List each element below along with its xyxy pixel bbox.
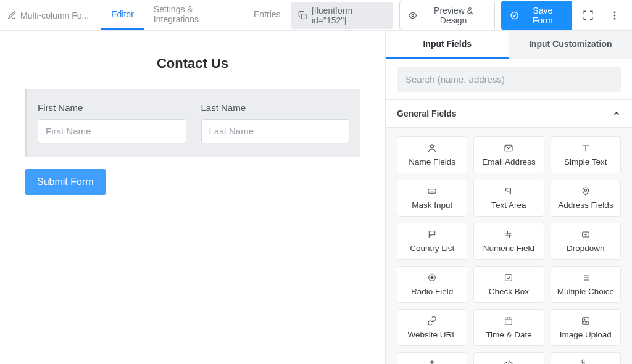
field-tile-dropdown[interactable]: Dropdown [551,223,621,260]
field-tile-time-date[interactable]: Time & Date [473,309,544,346]
field-tile-radio-field[interactable]: Radio Field [397,266,467,303]
svg-point-6 [430,145,433,148]
form-canvas: Contact Us First Name Last Name Submit F… [0,31,385,364]
form-row[interactable]: First Name Last Name [25,89,360,157]
field-tile-simple-text[interactable]: Simple Text [551,136,621,173]
svg-rect-8 [428,189,436,194]
field-tile-label: Country List [410,244,454,253]
copy-icon [298,10,307,20]
more-vertical-icon [609,10,620,21]
svg-point-3 [613,11,615,13]
svg-point-5 [613,17,615,19]
field-tile-label: Email Address [482,157,535,167]
field-tile-label: Check Box [489,287,529,296]
field-tile-label: Image Upload [560,330,612,339]
field-search-input[interactable] [397,67,621,92]
radio-icon [427,273,437,284]
first-name-input[interactable] [38,119,186,143]
field-tile-label: Radio Field [411,287,453,296]
fullscreen-button[interactable] [578,5,599,26]
form-title[interactable]: Multi-column Fo... [7,10,89,20]
field-tile-mask-input[interactable]: Mask Input [397,180,467,217]
svg-rect-13 [505,275,512,281]
field-tile-phone-mobile-fi[interactable]: Phone/Mobile Fi... [551,352,621,364]
svg-point-12 [431,276,433,279]
nav-tabs: Editor Settings & Integrations Entries [101,0,290,30]
sidebar-tab-customization[interactable]: Input Customization [509,31,633,59]
search-wrap [386,59,632,99]
svg-rect-0 [301,14,306,19]
sidebar: Input Fields Input Customization General… [385,31,632,364]
code-icon [504,359,514,364]
field-tile-label: Time & Date [486,330,532,339]
svg-point-1 [412,14,414,16]
field-tile-image-upload[interactable]: Image Upload [551,309,621,346]
field-label: Last Name [201,102,350,113]
mail-icon [504,143,514,155]
keyboard-icon [427,186,437,198]
shortcode-text: [fluentform id="152"] [312,6,386,25]
form-title-text: Multi-column Fo... [20,10,89,20]
tab-editor[interactable]: Editor [101,0,144,30]
text-icon [581,143,591,155]
field-tile-check-box[interactable]: Check Box [473,266,544,303]
field-tile-text-area[interactable]: Text Area [473,180,544,217]
field-tile-file-upload[interactable]: File Upload [397,352,467,364]
checkbox-icon [504,273,514,284]
field-tile-email-address[interactable]: Email Address [473,136,544,173]
submit-button[interactable]: Submit Form [25,169,106,195]
shortcode-pill[interactable]: [fluentform id="152"] [291,2,394,29]
form-heading: Contact Us [12,56,373,72]
field-grid: Name FieldsEmail AddressSimple TextMask … [386,128,632,364]
field-tile-website-url[interactable]: Website URL [397,309,467,346]
form-column-first-name[interactable]: First Name [38,102,186,143]
form-column-last-name[interactable]: Last Name [201,102,350,143]
fullscreen-icon [583,10,594,21]
tab-settings[interactable]: Settings & Integrations [144,0,244,30]
check-circle-icon [510,11,518,20]
svg-point-9 [584,189,586,191]
last-name-input[interactable] [201,119,350,143]
section-title: General Fields [397,109,456,118]
sidebar-tab-input-fields[interactable]: Input Fields [386,31,509,59]
hash-icon [504,230,514,241]
field-tile-label: Numeric Field [483,244,534,253]
field-tile-label: Website URL [408,330,457,339]
field-tile-label: Text Area [491,201,526,210]
field-tile-label: Mask Input [412,201,452,210]
field-tile-custom-html[interactable]: Custom HTML [473,352,544,364]
svg-rect-7 [505,145,512,151]
tab-entries[interactable]: Entries [244,0,291,30]
field-tile-label: Multiple Choice [557,287,614,296]
paragraph-icon [504,186,514,198]
field-tile-address-fields[interactable]: Address Fields [551,180,621,217]
link-icon [427,316,437,328]
field-tile-country-list[interactable]: Country List [397,223,467,260]
calendar-icon [504,316,514,328]
field-tile-label: Address Fields [558,201,613,210]
preview-button[interactable]: Preview & Design [399,1,495,30]
content: Contact Us First Name Last Name Submit F… [0,31,632,364]
image-icon [581,316,591,328]
sidebar-tabs: Input Fields Input Customization [386,31,632,59]
field-tile-label: Dropdown [567,244,605,253]
field-tile-multiple-choice[interactable]: Multiple Choice [551,266,621,303]
field-tile-numeric-field[interactable]: Numeric Field [473,223,544,260]
svg-point-16 [584,319,585,320]
chevron-up-icon [612,109,621,118]
topbar-right: [fluentform id="152"] Preview & Design S… [291,1,625,30]
edit-icon [7,10,17,20]
svg-rect-15 [582,318,589,325]
field-tile-name-fields[interactable]: Name Fields [397,136,467,173]
topbar: Multi-column Fo... Editor Settings & Int… [0,0,632,31]
phone-icon [581,359,591,364]
upload-icon [427,359,437,364]
section-general-fields[interactable]: General Fields [386,99,632,128]
more-button[interactable] [604,5,625,26]
user-icon [427,143,437,155]
field-tile-label: Simple Text [564,157,607,167]
field-tile-label: Name Fields [409,157,455,167]
flag-icon [427,230,437,241]
svg-point-4 [613,14,615,16]
save-button[interactable]: Save Form [501,1,572,30]
